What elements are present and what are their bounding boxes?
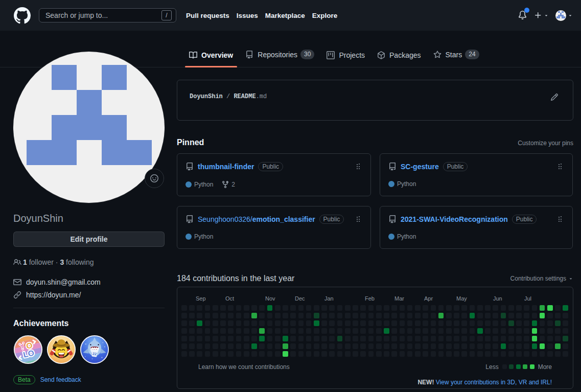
contribution-day[interactable] xyxy=(438,351,444,357)
contribution-day[interactable] xyxy=(501,313,506,318)
contribution-settings-button[interactable]: Contribution settings xyxy=(510,275,573,282)
contribution-day[interactable] xyxy=(508,336,514,341)
contribution-day[interactable] xyxy=(423,305,428,311)
contribution-day[interactable] xyxy=(391,305,397,311)
profile-email-link[interactable]: doyun.shin@gmail.com xyxy=(26,278,101,286)
contribution-day[interactable] xyxy=(314,313,319,318)
contribution-day[interactable] xyxy=(259,320,265,326)
contribution-day[interactable] xyxy=(508,328,514,334)
contribution-day[interactable] xyxy=(376,320,382,326)
contribution-day[interactable] xyxy=(493,305,498,311)
contribution-day[interactable] xyxy=(236,320,242,326)
contribution-day[interactable] xyxy=(368,328,374,334)
contribution-day[interactable] xyxy=(446,351,452,357)
contribution-day[interactable] xyxy=(251,343,257,349)
fork-count[interactable]: 2 xyxy=(221,180,235,189)
contribution-day[interactable] xyxy=(259,343,265,349)
contribution-day[interactable] xyxy=(353,328,358,334)
contribution-day[interactable] xyxy=(189,313,195,318)
contribution-day[interactable] xyxy=(563,313,568,318)
contribution-day[interactable] xyxy=(376,313,382,318)
contribution-day[interactable] xyxy=(384,328,389,334)
contribution-day[interactable] xyxy=(345,305,351,311)
contribution-day[interactable] xyxy=(391,328,397,334)
contribution-day[interactable] xyxy=(438,305,444,311)
contribution-day[interactable] xyxy=(205,313,211,318)
repo-link[interactable]: thumbnail-finder xyxy=(198,163,254,171)
contribution-day[interactable] xyxy=(454,351,459,357)
contribution-day[interactable] xyxy=(197,343,202,349)
contribution-day[interactable] xyxy=(454,343,459,349)
contribution-day[interactable] xyxy=(532,343,538,349)
contribution-day[interactable] xyxy=(555,320,561,326)
contribution-day[interactable] xyxy=(431,313,436,318)
contribution-day[interactable] xyxy=(454,336,459,341)
contribution-day[interactable] xyxy=(524,328,529,334)
followers-link[interactable]: 1 follower · 3 following xyxy=(13,258,165,266)
contribution-day[interactable] xyxy=(189,336,195,341)
contribution-day[interactable] xyxy=(508,343,514,349)
contribution-day[interactable] xyxy=(275,313,281,318)
contribution-day[interactable] xyxy=(391,351,397,357)
contribution-day[interactable] xyxy=(337,351,343,357)
contribution-day[interactable] xyxy=(321,328,327,334)
contribution-day[interactable] xyxy=(431,320,436,326)
contribution-day[interactable] xyxy=(360,351,366,357)
contribution-day[interactable] xyxy=(321,313,327,318)
contribution-day[interactable] xyxy=(563,320,568,326)
contribution-day[interactable] xyxy=(189,328,195,334)
contribution-day[interactable] xyxy=(205,305,211,311)
set-status-button[interactable] xyxy=(145,169,164,188)
contribution-day[interactable] xyxy=(470,328,475,334)
contribution-day[interactable] xyxy=(431,336,436,341)
contribution-day[interactable] xyxy=(244,336,249,341)
contribution-day[interactable] xyxy=(470,320,475,326)
contribution-day[interactable] xyxy=(283,305,288,311)
contribution-day[interactable] xyxy=(298,313,304,318)
contribution-day[interactable] xyxy=(461,305,467,311)
contribution-day[interactable] xyxy=(376,336,382,341)
contribution-day[interactable] xyxy=(407,336,413,341)
contribution-day[interactable] xyxy=(181,336,187,341)
contribution-day[interactable] xyxy=(275,320,281,326)
tab-projects[interactable]: Projects xyxy=(322,51,369,67)
contribution-day[interactable] xyxy=(446,305,452,311)
contribution-day[interactable] xyxy=(267,320,273,326)
contribution-day[interactable] xyxy=(259,336,265,341)
contribution-day[interactable] xyxy=(368,343,374,349)
contribution-day[interactable] xyxy=(244,328,249,334)
contribution-day[interactable] xyxy=(508,351,514,357)
contribution-day[interactable] xyxy=(213,343,218,349)
contribution-day[interactable] xyxy=(501,351,506,357)
contribution-day[interactable] xyxy=(267,336,273,341)
drag-handle[interactable] xyxy=(556,215,564,223)
contribution-day[interactable] xyxy=(423,336,428,341)
contribution-day[interactable] xyxy=(400,313,405,318)
contribution-day[interactable] xyxy=(267,313,273,318)
contribution-day[interactable] xyxy=(298,305,304,311)
contribution-day[interactable] xyxy=(415,328,421,334)
contribution-day[interactable] xyxy=(446,328,452,334)
contribution-day[interactable] xyxy=(547,336,553,341)
contribution-day[interactable] xyxy=(267,328,273,334)
achievement-badge-yolo[interactable] xyxy=(13,335,43,364)
contribution-day[interactable] xyxy=(508,313,514,318)
contribution-day[interactable] xyxy=(283,328,288,334)
contribution-day[interactable] xyxy=(283,343,288,349)
contribution-day[interactable] xyxy=(391,313,397,318)
contribution-day[interactable] xyxy=(259,328,265,334)
contribution-day[interactable] xyxy=(205,343,211,349)
contribution-day[interactable] xyxy=(563,305,568,311)
contribution-day[interactable] xyxy=(454,305,459,311)
contribution-day[interactable] xyxy=(314,305,319,311)
contribution-day[interactable] xyxy=(563,336,568,341)
contribution-day[interactable] xyxy=(251,351,257,357)
contribution-day[interactable] xyxy=(400,320,405,326)
contribution-day[interactable] xyxy=(244,305,249,311)
contribution-day[interactable] xyxy=(540,336,545,341)
contribution-day[interactable] xyxy=(384,313,389,318)
contribution-day[interactable] xyxy=(298,328,304,334)
contribution-day[interactable] xyxy=(493,351,498,357)
drag-handle[interactable] xyxy=(354,163,362,171)
contribution-day[interactable] xyxy=(321,320,327,326)
